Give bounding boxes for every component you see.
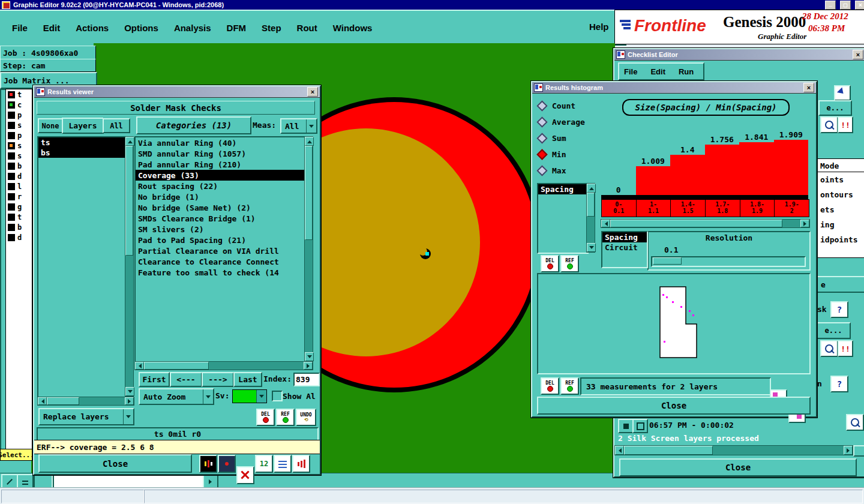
checklist-hscrollbar[interactable] <box>614 445 853 455</box>
notes-tool-button[interactable] <box>274 455 292 473</box>
layer-color-chip[interactable] <box>8 132 15 139</box>
snapshot-tool-button[interactable] <box>218 455 236 473</box>
layer-row[interactable]: c <box>6 100 32 110</box>
replace-layers-combo[interactable]: Replace layers <box>38 408 134 425</box>
chevron-down-icon[interactable] <box>203 389 213 404</box>
scroll-left-button[interactable] <box>615 446 624 455</box>
layer-color-chip[interactable] <box>8 183 15 190</box>
category-item[interactable]: Pad to Pad Spacing (21) <box>136 235 305 245</box>
layer-swap-button[interactable] <box>632 419 648 433</box>
results-viewer-titlebar[interactable]: Results viewer <box>34 86 320 98</box>
ref-button[interactable]: REF <box>560 255 579 272</box>
menu-analysis[interactable]: Analysis <box>174 23 211 33</box>
layer-row[interactable]: s <box>6 140 32 151</box>
corner-tool-button[interactable] <box>834 85 851 101</box>
layers-hscrollbar[interactable] <box>37 397 134 406</box>
category-item[interactable]: SMD annular Ring (1057) <box>136 148 305 159</box>
minimize-button[interactable] <box>825 1 836 10</box>
menu-rout[interactable]: Rout <box>297 23 317 33</box>
scroll-down-button[interactable] <box>305 352 314 361</box>
scroll-track[interactable] <box>587 193 595 243</box>
scroll-thumb[interactable] <box>305 146 313 240</box>
checklist-titlebar[interactable]: Checklist Editor <box>614 49 864 61</box>
del-button[interactable]: DEL <box>256 409 275 426</box>
menu-options[interactable]: Options <box>124 23 158 33</box>
help-button[interactable]: ? <box>830 376 848 392</box>
zoom-result-button[interactable] <box>820 116 838 133</box>
histogram-close-x-button[interactable] <box>803 83 814 92</box>
scroll-left-button[interactable] <box>601 220 610 227</box>
layer-row[interactable]: p <box>6 110 32 120</box>
scroll-right-button[interactable] <box>800 220 809 227</box>
layer-color-chip[interactable] <box>8 91 15 98</box>
category-item[interactable]: Via annular Ring (40) <box>136 137 305 148</box>
category-item[interactable]: Rout spacing (22) <box>136 181 305 191</box>
layers-vscrollbar[interactable] <box>125 136 134 397</box>
layer-color-chip[interactable] <box>8 163 15 170</box>
scroll-down-button[interactable] <box>125 387 134 396</box>
scroll-track[interactable] <box>610 220 800 227</box>
scroll-left-button[interactable] <box>135 362 144 370</box>
layer-row[interactable]: s <box>6 120 32 130</box>
checklist-menu-file[interactable]: File <box>624 67 637 76</box>
categories-button[interactable]: Categories (13) <box>136 116 251 134</box>
layer-color-chip[interactable] <box>8 234 15 241</box>
del-button[interactable]: DEL <box>541 255 559 272</box>
layer-toggle-button[interactable] <box>618 419 634 433</box>
filter-layers-button[interactable]: Layers <box>62 118 104 134</box>
mode-item-contours[interactable]: ontours <box>818 187 864 202</box>
maximize-button[interactable] <box>840 1 851 10</box>
category-item[interactable]: No bridge (Same Net) (2) <box>136 202 305 213</box>
stat-count[interactable]: Count <box>538 98 596 114</box>
layer-row[interactable]: b <box>6 161 32 171</box>
menu-actions[interactable]: Actions <box>76 23 109 33</box>
stat-sum[interactable]: Sum <box>538 130 596 146</box>
measure-chart-button[interactable] <box>292 455 310 473</box>
category-item[interactable]: No bridge (1) <box>136 191 305 202</box>
filter-all-button[interactable]: All <box>103 118 130 133</box>
category-item[interactable]: SM slivers (2) <box>136 224 305 235</box>
layer-color-chip[interactable] <box>8 173 15 180</box>
scroll-thumb[interactable] <box>610 220 782 227</box>
category-item[interactable]: Clearance to Clearance Connect <box>136 256 305 267</box>
delete-report-button[interactable] <box>236 466 254 484</box>
mode-item-points[interactable]: oints <box>818 172 864 187</box>
menu-dfm[interactable]: DFM <box>227 23 247 33</box>
measure-item-selected[interactable]: Spacing <box>602 232 647 242</box>
series-vscrollbar[interactable] <box>586 183 595 253</box>
layer-row[interactable]: d <box>6 232 32 242</box>
menu-edit[interactable]: Edit <box>43 23 60 33</box>
series-list[interactable]: Spacing <box>537 183 589 254</box>
layer-color-chip[interactable] <box>8 193 15 200</box>
scroll-thumb[interactable] <box>587 193 595 217</box>
scroll-right-button[interactable] <box>125 397 134 405</box>
board-preview[interactable] <box>537 273 811 374</box>
scroll-thumb[interactable] <box>624 446 713 455</box>
layer-row[interactable]: g <box>6 202 32 212</box>
histogram-titlebar[interactable]: Results histogram <box>532 82 816 94</box>
menu-help[interactable]: Help <box>589 22 609 32</box>
filter-none-button[interactable]: None <box>38 118 63 133</box>
layer-color-chip[interactable] <box>8 152 15 160</box>
stat-min-selected[interactable]: Min <box>538 146 596 163</box>
zoom-result-button[interactable] <box>820 340 838 357</box>
result-layer-item[interactable]: ts <box>38 137 126 148</box>
category-item[interactable]: Feature too small to check (14 <box>136 267 305 278</box>
del-button[interactable]: DEL <box>541 377 559 395</box>
mode-item-nets[interactable]: ets <box>818 202 864 217</box>
chevron-down-icon[interactable] <box>256 390 266 403</box>
slider-thumb[interactable] <box>653 257 682 265</box>
layer-color-chip[interactable] <box>8 142 15 149</box>
stat-max[interactable]: Max <box>538 163 596 179</box>
zoom-result-button[interactable] <box>846 414 864 431</box>
close-window-button[interactable] <box>855 1 864 10</box>
mode-item-spacing[interactable]: ing <box>818 217 864 232</box>
chevron-down-icon[interactable] <box>123 409 133 424</box>
auto-zoom-combo[interactable]: Auto Zoom <box>139 388 214 405</box>
category-item-selected[interactable]: Coverage (33) <box>136 170 305 181</box>
prev-button[interactable]: <--- <box>170 372 202 387</box>
scroll-thumb[interactable] <box>47 397 79 405</box>
edit-action-button[interactable]: e... <box>816 322 851 339</box>
scroll-track[interactable] <box>305 146 313 352</box>
series-item[interactable]: Spacing <box>538 184 587 194</box>
